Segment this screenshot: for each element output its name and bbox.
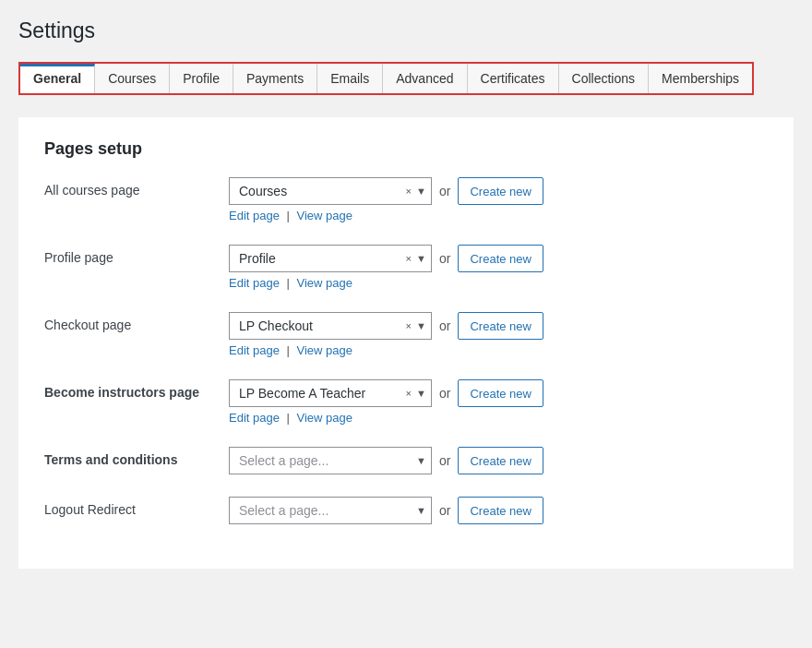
select-wrapper-terms: Select a page...▼ bbox=[229, 447, 432, 474]
label-terms: Terms and conditions bbox=[44, 447, 229, 467]
page-links-become-instructors: Edit page | View page bbox=[229, 411, 768, 425]
control-group-become-instructors: LP Become A Teacher×▼orCreate newEdit pa… bbox=[229, 379, 768, 425]
select-wrapper-checkout: LP Checkout×▼ bbox=[229, 312, 432, 340]
page-links-all-courses: Edit page | View page bbox=[229, 209, 768, 222]
select-checkout[interactable]: LP Checkout bbox=[229, 312, 432, 340]
page-wrapper: Settings GeneralCoursesProfilePaymentsEm… bbox=[0, 0, 812, 648]
edit-page-link-checkout[interactable]: Edit page bbox=[229, 343, 280, 357]
create-new-button-checkout[interactable]: Create new bbox=[458, 312, 543, 340]
link-separator-checkout: | bbox=[283, 343, 293, 357]
row-all-courses: All courses pageCourses×▼orCreate newEdi… bbox=[44, 177, 768, 230]
label-logout-redirect: Logout Redirect bbox=[44, 497, 229, 517]
view-page-link-checkout[interactable]: View page bbox=[297, 343, 352, 357]
tab-advanced[interactable]: Advanced bbox=[383, 64, 467, 93]
select-terms[interactable]: Select a page... bbox=[229, 447, 432, 474]
create-new-button-become-instructors[interactable]: Create new bbox=[458, 379, 543, 407]
label-all-courses: All courses page bbox=[44, 177, 229, 198]
inline-row-become-instructors: LP Become A Teacher×▼orCreate new bbox=[229, 379, 768, 407]
row-checkout: Checkout pageLP Checkout×▼orCreate newEd… bbox=[44, 312, 768, 365]
form-rows-container: All courses pageCourses×▼orCreate newEdi… bbox=[44, 177, 768, 532]
select-become-instructors[interactable]: LP Become A Teacher bbox=[229, 379, 432, 407]
inline-row-all-courses: Courses×▼orCreate new bbox=[229, 177, 768, 205]
row-terms: Terms and conditionsSelect a page...▼orC… bbox=[44, 447, 768, 482]
row-become-instructors: Become instructors pageLP Become A Teach… bbox=[44, 379, 768, 432]
tab-certificates[interactable]: Certificates bbox=[468, 64, 559, 93]
page-links-profile: Edit page | View page bbox=[229, 276, 768, 290]
tab-courses[interactable]: Courses bbox=[95, 64, 170, 93]
control-group-terms: Select a page...▼orCreate new bbox=[229, 447, 768, 474]
link-separator-profile: | bbox=[283, 276, 293, 290]
select-profile[interactable]: Profile bbox=[229, 245, 432, 272]
create-new-button-all-courses[interactable]: Create new bbox=[458, 177, 543, 205]
page-title: Settings bbox=[9, 18, 794, 43]
edit-page-link-all-courses[interactable]: Edit page bbox=[229, 209, 280, 222]
link-separator-all-courses: | bbox=[283, 209, 293, 222]
create-new-button-terms[interactable]: Create new bbox=[458, 447, 543, 474]
control-group-profile: Profile×▼orCreate newEdit page | View pa… bbox=[229, 245, 768, 290]
select-wrapper-profile: Profile×▼ bbox=[229, 245, 432, 272]
form-row-become-instructors: Become instructors pageLP Become A Teach… bbox=[44, 379, 768, 432]
select-wrapper-logout-redirect: Select a page...▼ bbox=[229, 497, 432, 524]
tab-collections[interactable]: Collections bbox=[559, 64, 649, 93]
row-profile: Profile pageProfile×▼orCreate newEdit pa… bbox=[44, 245, 768, 297]
control-group-checkout: LP Checkout×▼orCreate newEdit page | Vie… bbox=[229, 312, 768, 357]
control-group-logout-redirect: Select a page...▼orCreate new bbox=[229, 497, 768, 524]
inline-row-logout-redirect: Select a page...▼orCreate new bbox=[229, 497, 768, 524]
view-page-link-all-courses[interactable]: View page bbox=[297, 209, 352, 222]
or-text-checkout: or bbox=[439, 318, 450, 333]
label-profile: Profile page bbox=[44, 245, 229, 265]
form-row-profile: Profile pageProfile×▼orCreate newEdit pa… bbox=[44, 245, 768, 297]
content-area: Pages setup All courses pageCourses×▼orC… bbox=[18, 117, 794, 569]
tab-emails[interactable]: Emails bbox=[317, 64, 383, 93]
tabs-container: GeneralCoursesProfilePaymentsEmailsAdvan… bbox=[18, 62, 754, 95]
section-title: Pages setup bbox=[44, 139, 768, 159]
or-text-become-instructors: or bbox=[439, 386, 450, 401]
select-wrapper-all-courses: Courses×▼ bbox=[229, 177, 432, 205]
inline-row-profile: Profile×▼orCreate new bbox=[229, 245, 768, 272]
view-page-link-profile[interactable]: View page bbox=[297, 276, 352, 290]
form-row-terms: Terms and conditionsSelect a page...▼orC… bbox=[44, 447, 768, 482]
row-logout-redirect: Logout RedirectSelect a page...▼orCreate… bbox=[44, 497, 768, 532]
select-logout-redirect[interactable]: Select a page... bbox=[229, 497, 432, 524]
or-text-profile: or bbox=[439, 251, 450, 266]
inline-row-terms: Select a page...▼orCreate new bbox=[229, 447, 768, 474]
select-wrapper-become-instructors: LP Become A Teacher×▼ bbox=[229, 379, 432, 407]
control-group-all-courses: Courses×▼orCreate newEdit page | View pa… bbox=[229, 177, 768, 222]
edit-page-link-become-instructors[interactable]: Edit page bbox=[229, 411, 280, 425]
tab-profile[interactable]: Profile bbox=[170, 64, 233, 93]
or-text-logout-redirect: or bbox=[439, 503, 450, 518]
inline-row-checkout: LP Checkout×▼orCreate new bbox=[229, 312, 768, 340]
tab-memberships[interactable]: Memberships bbox=[649, 64, 752, 93]
tab-general[interactable]: General bbox=[20, 64, 95, 93]
form-row-logout-redirect: Logout RedirectSelect a page...▼orCreate… bbox=[44, 497, 768, 532]
create-new-button-logout-redirect[interactable]: Create new bbox=[458, 497, 543, 524]
edit-page-link-profile[interactable]: Edit page bbox=[229, 276, 280, 290]
view-page-link-become-instructors[interactable]: View page bbox=[297, 411, 352, 425]
create-new-button-profile[interactable]: Create new bbox=[458, 245, 543, 272]
or-text-all-courses: or bbox=[439, 184, 450, 198]
tab-payments[interactable]: Payments bbox=[233, 64, 317, 93]
or-text-terms: or bbox=[439, 453, 450, 468]
label-checkout: Checkout page bbox=[44, 312, 229, 332]
page-links-checkout: Edit page | View page bbox=[229, 343, 768, 357]
select-all-courses[interactable]: Courses bbox=[229, 177, 432, 205]
link-separator-become-instructors: | bbox=[283, 411, 293, 425]
form-row-checkout: Checkout pageLP Checkout×▼orCreate newEd… bbox=[44, 312, 768, 365]
label-become-instructors: Become instructors page bbox=[44, 379, 229, 400]
form-row-all-courses: All courses pageCourses×▼orCreate newEdi… bbox=[44, 177, 768, 230]
